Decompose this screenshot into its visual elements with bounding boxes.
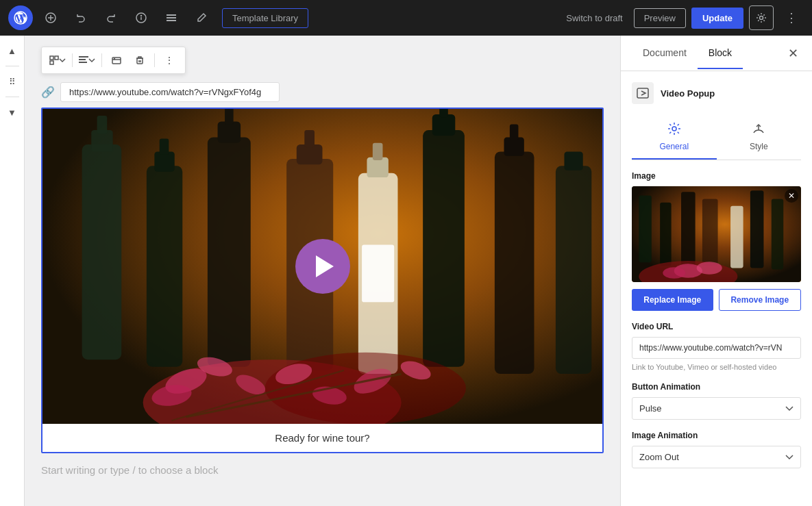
svg-rect-7: [167, 14, 176, 16]
align-button[interactable]: [77, 50, 97, 71]
left-tool-top[interactable]: ▲: [3, 41, 22, 60]
svg-rect-23: [82, 144, 122, 359]
inner-tab-style[interactable]: Style: [717, 115, 802, 160]
svg-rect-33: [297, 144, 323, 164]
svg-rect-16: [79, 62, 87, 63]
video-url-label: Video URL: [632, 322, 801, 331]
svg-rect-36: [367, 157, 388, 177]
svg-rect-46: [564, 151, 582, 170]
update-button[interactable]: Update: [691, 8, 743, 29]
more-options-button[interactable]: ⋮: [779, 5, 804, 30]
video-popup-icon: [632, 82, 654, 104]
video-caption: Ready for wine tour?: [42, 424, 602, 452]
svg-rect-31: [225, 109, 234, 125]
left-toolbar: ▲ ⠿ ▼: [0, 36, 25, 506]
svg-rect-66: [730, 206, 743, 268]
svg-rect-13: [50, 61, 53, 64]
preview-button[interactable]: Preview: [634, 8, 686, 28]
svg-rect-37: [373, 143, 383, 160]
left-tool-grid[interactable]: ⠿: [3, 72, 22, 91]
template-library-button[interactable]: Template Library: [222, 8, 308, 28]
general-icon: [667, 122, 681, 139]
template-library-label: Template Library: [232, 13, 298, 23]
svg-point-72: [663, 267, 685, 278]
svg-rect-19: [137, 58, 143, 64]
image-animation-label: Image Animation: [632, 431, 801, 440]
editor-area: ⋮ 🔗: [25, 36, 620, 506]
video-popup-title: Video Popup: [661, 88, 715, 99]
style-tab-label: Style: [750, 142, 768, 151]
svg-rect-38: [362, 245, 394, 303]
add-block-button[interactable]: [38, 5, 63, 30]
switch-to-draft-button[interactable]: Switch to draft: [561, 9, 628, 27]
svg-point-10: [760, 16, 763, 20]
start-writing-placeholder[interactable]: Start writing or type / to choose a bloc…: [41, 453, 604, 487]
svg-rect-67: [750, 190, 764, 268]
tab-document[interactable]: Document: [632, 38, 698, 69]
svg-rect-62: [639, 195, 652, 262]
svg-rect-42: [495, 151, 534, 374]
delete-block-button[interactable]: [130, 50, 150, 71]
close-sidebar-button[interactable]: ✕: [785, 43, 801, 64]
svg-rect-8: [167, 17, 176, 18]
image-close-button[interactable]: ✕: [785, 189, 798, 203]
sidebar-header: Document Block ✕: [621, 36, 812, 71]
svg-rect-68: [772, 199, 783, 270]
url-input[interactable]: [60, 82, 280, 102]
block-toolbar: ⋮: [41, 47, 186, 74]
inner-tab-general[interactable]: General: [632, 115, 717, 160]
style-icon: [752, 122, 765, 139]
remove-image-button[interactable]: Remove Image: [719, 289, 802, 311]
play-button[interactable]: [295, 239, 350, 294]
video-popup-section: Video Popup: [632, 82, 801, 104]
media-button[interactable]: [106, 50, 127, 71]
block-type-button[interactable]: [47, 50, 68, 71]
svg-rect-34: [304, 130, 315, 147]
edit-button[interactable]: [189, 5, 214, 30]
settings-button[interactable]: [749, 5, 774, 30]
svg-rect-9: [167, 20, 176, 21]
button-animation-select[interactable]: Pulse None Bounce Shake Spin: [632, 397, 801, 420]
list-view-button[interactable]: [159, 5, 184, 30]
video-url-input[interactable]: [632, 337, 801, 359]
video-url-hint: Link to Youtube, Vimeo or self-hosted vi…: [632, 363, 801, 371]
left-toolbar-divider2: [5, 97, 19, 97]
more-block-options-button[interactable]: ⋮: [159, 50, 180, 71]
main-area: ▲ ⠿ ▼: [0, 36, 812, 506]
image-preview: ✕: [632, 186, 801, 282]
replace-image-button[interactable]: Replace Image: [632, 289, 713, 311]
toolbar-divider3: [154, 53, 155, 67]
toolbar-divider1: [72, 53, 73, 67]
svg-rect-45: [556, 166, 591, 374]
video-thumbnail: [42, 109, 602, 424]
svg-rect-25: [97, 116, 108, 134]
svg-point-71: [697, 262, 722, 275]
tab-block[interactable]: Block: [698, 38, 743, 69]
svg-rect-14: [79, 56, 88, 58]
svg-point-60: [672, 127, 676, 131]
preview-label: Preview: [644, 13, 676, 23]
video-block: Ready for wine tour?: [41, 107, 604, 453]
svg-rect-39: [423, 130, 465, 367]
svg-rect-44: [510, 125, 519, 140]
play-triangle-icon: [316, 255, 334, 277]
svg-rect-29: [208, 137, 251, 366]
svg-rect-65: [702, 199, 718, 266]
update-label: Update: [702, 13, 733, 23]
left-toolbar-divider: [5, 66, 19, 66]
image-field-label: Image: [632, 171, 801, 181]
info-button[interactable]: [129, 5, 153, 30]
url-bar: 🔗: [41, 82, 604, 102]
image-actions: Replace Image Remove Image: [632, 289, 801, 311]
image-animation-select[interactable]: Zoom Out None Zoom In Fade Slide Up: [632, 446, 801, 468]
undo-button[interactable]: [69, 5, 93, 30]
svg-rect-40: [432, 114, 456, 136]
wp-logo[interactable]: [8, 5, 33, 30]
top-bar: Template Library Switch to draft Preview…: [0, 0, 812, 36]
left-tool-bottom[interactable]: ▼: [3, 103, 22, 122]
redo-button[interactable]: [99, 5, 123, 30]
svg-rect-63: [660, 203, 671, 266]
svg-rect-28: [160, 139, 169, 155]
svg-rect-27: [154, 151, 174, 171]
general-tab-label: General: [659, 142, 689, 151]
